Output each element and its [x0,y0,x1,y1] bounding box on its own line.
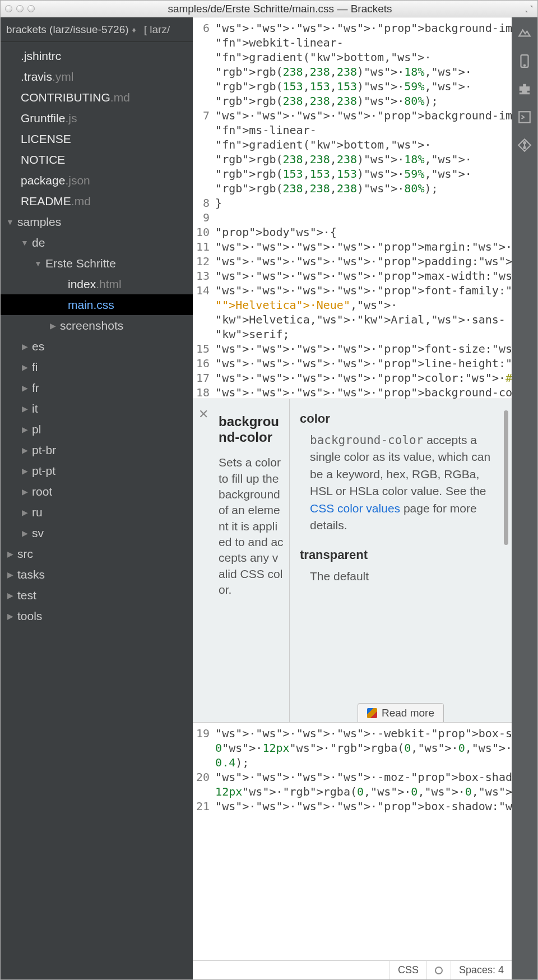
svg-point-3 [523,142,526,144]
svg-point-1 [523,64,525,66]
folder-item[interactable]: fr [1,377,193,398]
status-language[interactable]: CSS [389,961,426,979]
file-item[interactable]: CONTRIBUTING.md [1,87,193,108]
phone-preview-icon[interactable] [517,53,532,69]
folder-item[interactable]: it [1,398,193,419]
project-branch: brackets (larz/issue-5726) [6,24,129,36]
window-controls [5,5,35,12]
folder-item[interactable]: test [1,585,193,605]
titlebar: samples/de/Erste Schritte/main.css — Bra… [1,1,537,17]
folder-item[interactable]: sv [1,523,193,543]
close-window-button[interactable] [5,5,12,12]
file-tree: .jshintrc.travis.ymlCONTRIBUTING.mdGrunt… [1,42,193,979]
folder-samples[interactable]: samples [1,211,193,232]
folder-item[interactable]: ru [1,502,193,523]
sort-icon: ♦ [132,25,136,34]
sidebar-header[interactable]: brackets (larz/issue-5726) ♦ [ larz/ [1,17,193,42]
breadcrumb: [ larz/ [144,24,170,36]
status-indent[interactable]: Spaces: 4 [451,961,512,979]
circle-icon [435,967,443,974]
folder-item[interactable]: tasks [1,564,193,585]
right-toolbar [512,17,537,979]
inline-section2-body: The default [300,568,502,585]
file-item[interactable]: LICENSE [1,128,193,149]
webplatform-icon [367,708,377,718]
window-title: samples/de/Erste Schritte/main.css — Bra… [35,3,525,15]
folder-item[interactable]: root [1,481,193,502]
folder-item[interactable]: es [1,336,193,357]
console-icon[interactable] [517,109,532,125]
editor-column: 6789101112131415161718"ws">·"ws">·"ws">·… [193,17,512,979]
inline-section2-title: transparent [300,548,502,562]
folder-de[interactable]: de [1,232,193,253]
close-icon[interactable]: ✕ [198,407,208,422]
sidebar: brackets (larz/issue-5726) ♦ [ larz/ .js… [1,17,193,979]
inline-docs-summary: background-color Sets a color to fill up… [193,399,289,722]
inline-section-body: background-color accepts a single color … [300,432,502,534]
inline-docs-desc: Sets a color to fill up the background o… [219,455,284,598]
inline-docs-title: background-color [219,414,284,445]
inline-docs-detail: color background-color accepts a single … [289,399,512,722]
file-item[interactable]: NOTICE [1,149,193,170]
read-more-button[interactable]: Read more [358,703,444,722]
svg-point-4 [523,146,526,149]
extensions-icon[interactable] [517,81,532,97]
file-item[interactable]: index.html [1,274,193,294]
file-item[interactable]: README.md [1,191,193,211]
file-item[interactable]: .jshintrc [1,45,193,66]
folder-item[interactable]: pl [1,419,193,440]
folder-item[interactable]: pt-br [1,440,193,460]
app-window: samples/de/Erste Schritte/main.css — Bra… [0,0,538,980]
code-editor-top[interactable]: 6789101112131415161718"ws">·"ws">·"ws">·… [193,17,512,399]
minimize-window-button[interactable] [16,5,24,12]
inline-section-title: color [300,412,502,426]
file-item[interactable]: package.json [1,170,193,191]
statusbar: CSS Spaces: 4 [193,960,512,979]
fullscreen-icon[interactable] [525,5,533,13]
file-item[interactable]: main.css [1,294,193,315]
scrollbar[interactable] [504,410,508,545]
code-editor-bottom[interactable]: 192021"ws">·"ws">·"ws">·"ws">·-webkit-"p… [193,723,512,960]
inline-docs-panel: ✕ background-color Sets a color to fill … [193,399,512,723]
folder-erste-schritte[interactable]: Erste Schritte [1,253,193,274]
git-icon[interactable] [517,137,532,153]
file-item[interactable]: Gruntfile.js [1,108,193,128]
css-color-values-link[interactable]: CSS color values [310,502,400,515]
zoom-window-button[interactable] [27,5,35,12]
status-inspect[interactable] [426,961,451,979]
folder-item[interactable]: fi [1,357,193,377]
file-item[interactable]: .travis.yml [1,66,193,87]
folder-item[interactable]: pt-pt [1,460,193,481]
folder-item[interactable]: tools [1,605,193,626]
folder-item[interactable]: screenshots [1,315,193,336]
live-preview-icon[interactable] [517,25,532,41]
folder-item[interactable]: src [1,543,193,564]
